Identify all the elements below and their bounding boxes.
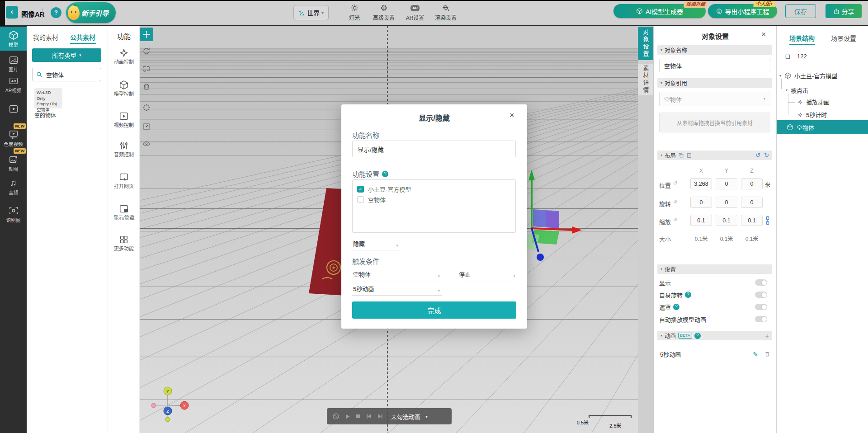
- redo-icon[interactable]: ↻: [764, 152, 769, 159]
- link-scale-icon[interactable]: [764, 216, 771, 225]
- stop-icon[interactable]: [355, 414, 361, 419]
- tree-item-timer[interactable]: 5秒计时: [797, 110, 827, 119]
- chevron-down-icon[interactable]: ▾: [425, 414, 428, 419]
- step-back-icon[interactable]: [366, 413, 372, 419]
- copy-layout-icon[interactable]: [678, 152, 684, 158]
- checkbox-unchecked-icon[interactable]: [357, 196, 364, 203]
- tab-my-assets[interactable]: 我的素材: [33, 33, 58, 42]
- tool-more-functions[interactable]: 更多功能: [108, 235, 140, 252]
- help-icon[interactable]: ?: [685, 292, 691, 298]
- step-forward-icon[interactable]: [377, 413, 383, 419]
- section-object-name[interactable]: ▾ 对象名称: [657, 45, 772, 55]
- option-empty-object[interactable]: 空物体: [357, 195, 386, 204]
- undo-icon[interactable]: ↺: [755, 152, 760, 159]
- position-y-input[interactable]: [716, 178, 737, 189]
- position-z-input[interactable]: [741, 178, 763, 189]
- export-miniprogram-button[interactable]: 导出小程序工程 个人版+: [708, 4, 777, 18]
- asset-search-box[interactable]: [32, 68, 101, 81]
- toggle-mask[interactable]: [755, 304, 767, 310]
- asset-card-empty-object[interactable]: Web3D Only Empty Obj 空物体: [34, 88, 62, 108]
- scale-z-input[interactable]: [741, 215, 763, 226]
- move-tool-button[interactable]: [140, 28, 153, 41]
- menu-render-settings[interactable]: 渲染设置: [431, 3, 461, 21]
- reset-rotation-icon[interactable]: ↺: [673, 199, 677, 205]
- beginner-guide-button[interactable]: 新手引导: [66, 2, 116, 23]
- tab-scene-settings[interactable]: 场景设置: [831, 33, 856, 42]
- play-icon[interactable]: [344, 414, 350, 419]
- asset-type-filter-dropdown[interactable]: 所有类型 ▾: [32, 48, 101, 62]
- toggle-self-rotate[interactable]: [755, 292, 767, 298]
- tab-object-settings-vertical[interactable]: 对象设置: [638, 27, 653, 60]
- function-name-input[interactable]: [352, 141, 516, 157]
- object-name-input[interactable]: [659, 59, 770, 72]
- tree-item-play-animation[interactable]: 播放动画: [797, 98, 830, 106]
- action-dropdown[interactable]: 隐藏 ▾: [352, 237, 401, 250]
- tool-show-hide[interactable]: 显示/隐藏: [108, 204, 140, 221]
- section-layout[interactable]: ▾ 布局 ↺ ↻: [657, 151, 772, 160]
- sidebar-item-ar-video[interactable]: AR AR视频: [0, 76, 27, 94]
- close-icon[interactable]: ×: [761, 30, 766, 39]
- section-object-reference[interactable]: ▾ 对象引用: [657, 78, 772, 88]
- rotation-x-input[interactable]: [690, 197, 712, 208]
- rotation-y-input[interactable]: [716, 197, 737, 208]
- tree-item-model[interactable]: ▾ 小土豆-官方模型: [779, 71, 837, 80]
- sidebar-item-audio[interactable]: ♫ 音频: [0, 178, 27, 196]
- position-x-input[interactable]: [690, 178, 712, 189]
- tree-item-empty-object-selected[interactable]: 空物体: [777, 120, 868, 134]
- trigger-event-dropdown[interactable]: 停止 ▾: [458, 268, 518, 281]
- save-button[interactable]: 保存: [785, 4, 816, 18]
- close-icon[interactable]: ×: [509, 111, 514, 120]
- checkbox-checked-icon[interactable]: ✓: [357, 186, 364, 193]
- add-animation-button[interactable]: +: [765, 332, 769, 339]
- sidebar-item-gif[interactable]: NEW 动图: [0, 155, 27, 172]
- scale-tool-button[interactable]: [142, 65, 151, 73]
- back-button[interactable]: ‹: [6, 6, 18, 19]
- tool-model-control[interactable]: 模型控制: [108, 80, 140, 97]
- help-button[interactable]: ?: [51, 7, 61, 18]
- tool-animation-control[interactable]: 动画控制: [108, 48, 140, 65]
- help-icon[interactable]: ?: [673, 304, 679, 310]
- ai-model-generator-button[interactable]: AI模型生成器 效果升级: [613, 4, 706, 18]
- animation-list-item[interactable]: 5秒动画 ✎: [660, 350, 770, 358]
- tab-material-detail-vertical[interactable]: 素材详情: [638, 64, 653, 95]
- animation-select-value[interactable]: 未勾选动画: [391, 412, 420, 421]
- section-settings[interactable]: ▾ 设置: [657, 264, 772, 274]
- tree-item-root[interactable]: 122: [784, 53, 807, 60]
- confirm-button[interactable]: 完成: [352, 301, 516, 319]
- sidebar-item-model[interactable]: 模型: [0, 27, 27, 51]
- world-space-dropdown[interactable]: 世界 ▾: [293, 5, 329, 20]
- search-input[interactable]: [45, 71, 92, 79]
- scale-y-input[interactable]: [716, 215, 737, 226]
- section-animation[interactable]: ▾ 动画 BETA ? +: [657, 331, 772, 340]
- no-animation-icon[interactable]: [332, 413, 340, 420]
- trigger-object-dropdown[interactable]: 空物体 ▾: [352, 268, 442, 281]
- sidebar-item-transparent-video[interactable]: [0, 104, 27, 115]
- tree-item-clicked-event[interactable]: ▾ 被点击: [786, 86, 808, 94]
- reference-drop-hint[interactable]: 从素材库拖拽替换当前引用素材: [659, 113, 770, 132]
- orbit-tool-button[interactable]: [142, 104, 151, 112]
- axis-minus-y-handle[interactable]: [165, 417, 170, 422]
- reset-position-icon[interactable]: ↺: [673, 180, 677, 186]
- toggle-show[interactable]: [755, 279, 767, 286]
- help-icon[interactable]: ?: [382, 171, 388, 177]
- delete-tool-button[interactable]: [142, 83, 151, 91]
- sidebar-item-marker-image[interactable]: 识别图: [0, 206, 27, 223]
- rotation-z-input[interactable]: [741, 197, 763, 208]
- help-icon[interactable]: ?: [694, 333, 701, 339]
- tool-video-control[interactable]: 视频控制: [108, 111, 140, 128]
- toggle-autoplay-animation[interactable]: [755, 316, 767, 322]
- axis-minus-x-handle[interactable]: [151, 403, 156, 408]
- menu-advanced-settings[interactable]: ⚙ 高级设置: [369, 3, 399, 21]
- delete-animation-icon[interactable]: [764, 351, 770, 357]
- paste-layout-icon[interactable]: [686, 152, 692, 158]
- visibility-tool-button[interactable]: [142, 140, 151, 148]
- reset-scale-icon[interactable]: ↺: [673, 217, 677, 223]
- sidebar-item-chroma-video[interactable]: NEW 色度视频: [0, 130, 27, 147]
- tool-open-webpage[interactable]: 打开网页: [108, 172, 140, 189]
- sidebar-item-image[interactable]: 图片: [0, 55, 27, 73]
- tool-audio-control[interactable]: 音频控制: [108, 141, 140, 158]
- tab-scene-structure[interactable]: 场景结构: [789, 33, 815, 42]
- option-model[interactable]: ✓ 小土豆-官方模型: [357, 185, 411, 193]
- edit-animation-icon[interactable]: ✎: [753, 351, 758, 358]
- share-button[interactable]: 分享: [826, 4, 862, 18]
